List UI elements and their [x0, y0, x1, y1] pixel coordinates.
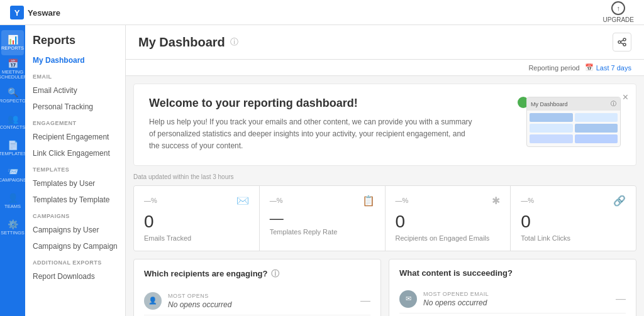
nav-item-teams[interactable]: 👤 TEAMS: [1, 188, 24, 214]
recipients-info-icon[interactable]: ⓘ: [271, 268, 279, 280]
svg-line-7: [621, 43, 623, 44]
upgrade-label: UPGRADE: [603, 16, 634, 23]
prospector-icon: 🔍: [8, 87, 18, 97]
nav-templates-label: TEMPLATES: [0, 151, 26, 156]
sidebar-title: Reports: [25, 25, 125, 52]
stat-label-recipients: Recipients on Engaged Emails: [396, 234, 501, 242]
templates-icon-stat: 📋: [362, 195, 375, 207]
sidebar-section-engagement: ENGAGEMENT: [25, 115, 125, 129]
content-succeeding-card: What content is succeeding? ✉ MOST OPENE…: [389, 259, 636, 316]
svg-text:Y: Y: [14, 8, 20, 18]
stats-row: —% ✉️ 0 Emails Tracked —% 📋 — Templates …: [133, 185, 636, 251]
stat-percent-reply: —%: [270, 197, 283, 204]
stat-header-links: —% 🔗: [521, 195, 626, 207]
preview-block-4: [575, 124, 618, 133]
welcome-title: Welcome to your reporting dashboard!: [149, 97, 514, 110]
sidebar-item-campaigns-by-campaign[interactable]: Campaigns by Campaign: [25, 238, 125, 254]
nav-item-campaigns[interactable]: 📨 CAMPAIGNS: [1, 162, 24, 187]
svg-text:Yesware: Yesware: [28, 8, 60, 18]
most-opened-email-sublabel: MOST OPENED EMAIL: [423, 291, 616, 297]
calendar-icon: 📅: [585, 63, 594, 72]
upgrade-button[interactable]: ↑ UPGRADE: [603, 1, 634, 23]
close-button[interactable]: ×: [623, 92, 628, 103]
left-nav: 📊 REPORTS 📅 MEETING SCHEDULER 🔍 PROSPECT…: [0, 25, 25, 316]
yesware-logo: Y Yesware: [10, 6, 60, 19]
contacts-icon: 👥: [8, 114, 18, 124]
reports-icon: 📊: [8, 35, 18, 45]
preview-block-6: [575, 134, 618, 143]
stat-value-emails: 0: [144, 212, 249, 232]
sidebar-item-report-downloads[interactable]: Report Downloads: [25, 268, 125, 285]
nav-item-meeting[interactable]: 📅 MEETING SCHEDULER: [1, 57, 24, 82]
welcome-text: Help us help you! If you track your emai…: [149, 116, 476, 153]
stat-percent-recipients: —%: [396, 197, 409, 204]
templates-icon: 📄: [8, 140, 18, 150]
sidebar-item-my-dashboard[interactable]: My Dashboard: [25, 52, 125, 68]
svg-point-5: [623, 43, 626, 46]
nav-contacts-label: CONTACTS: [0, 125, 25, 130]
most-opened-email-row: ✉ MOST OPENED EMAIL No opens occurred —: [399, 285, 626, 313]
preview-info-icon: ⓘ: [611, 100, 616, 108]
stat-value-links: 0: [521, 212, 626, 232]
teams-icon: 👤: [8, 193, 18, 203]
content-area: My Dashboard ⓘ Reporting period: [126, 25, 644, 316]
stat-label-emails: Emails Tracked: [144, 234, 249, 242]
sidebar-item-templates-by-template[interactable]: Templates by Template: [25, 192, 125, 208]
stat-value-reply: —: [270, 212, 375, 226]
most-opens-info: MOST OPENS No opens occurred: [168, 293, 360, 309]
campaigns-icon: 📨: [8, 166, 18, 177]
nav-item-contacts[interactable]: 👥 CONTACTS: [1, 109, 24, 134]
nav-item-templates[interactable]: 📄 TEMPLATES: [1, 136, 24, 161]
page-header: My Dashboard ⓘ: [126, 25, 644, 60]
content-succeeding-title: What content is succeeding?: [399, 268, 626, 278]
stat-card-link-clicks: —% 🔗 0 Total Link Clicks: [511, 186, 636, 251]
main-layout: 📊 REPORTS 📅 MEETING SCHEDULER 🔍 PROSPECT…: [0, 25, 644, 316]
sidebar-item-campaigns-by-user[interactable]: Campaigns by User: [25, 222, 125, 238]
sidebar-item-personal-tracking[interactable]: Personal Tracking: [25, 99, 125, 115]
sidebar-item-link-click[interactable]: Link Click Engagement: [25, 145, 125, 161]
settings-icon: ⚙️: [8, 219, 18, 229]
share-button[interactable]: [613, 33, 631, 52]
page-actions: [613, 33, 631, 52]
nav-teams-label: TEAMS: [4, 204, 21, 209]
stat-percent-emails: —%: [144, 197, 157, 204]
email-tracked-icon: ✉️: [236, 195, 249, 207]
most-opens-row: 👤 MOST OPENS No opens occurred —: [144, 287, 370, 315]
link-icon: 🔗: [613, 195, 626, 207]
sidebar-item-recipient-engagement[interactable]: Recipient Engagement: [25, 129, 125, 145]
nav-item-prospector[interactable]: 🔍 PROSPECTOR: [1, 83, 24, 108]
sidebar-item-templates-by-user[interactable]: Templates by User: [25, 175, 125, 192]
most-opened-email-dash: —: [616, 293, 626, 305]
svg-line-6: [621, 40, 623, 41]
reporting-period-value: Last 7 days: [596, 64, 631, 72]
logo: Y Yesware: [10, 6, 60, 19]
info-icon[interactable]: ⓘ: [230, 36, 238, 48]
most-clicked-link-row: 🔗 MOST CLICKED LINK No link clicks occur…: [399, 313, 626, 316]
stat-header-recipients: —% ✱: [396, 195, 501, 207]
stat-percent-links: —%: [521, 197, 534, 204]
most-opened-email-avatar: ✉: [399, 290, 417, 308]
most-opened-email-value: No opens occurred: [423, 298, 616, 307]
sidebar-item-email-activity[interactable]: Email Activity: [25, 82, 125, 99]
sidebar-section-email: EMAIL: [25, 68, 125, 82]
page-title: My Dashboard: [138, 35, 225, 50]
most-opens-dash: —: [360, 295, 370, 307]
sidebar: Reports My Dashboard EMAIL Email Activit…: [25, 25, 126, 316]
share-icon: [617, 37, 627, 47]
preview-body: [527, 111, 620, 146]
reporting-period-selector[interactable]: 📅 Last 7 days: [585, 63, 631, 72]
svg-point-3: [623, 38, 626, 41]
welcome-banner: Welcome to your reporting dashboard! Hel…: [133, 84, 636, 166]
stat-label-links: Total Link Clicks: [521, 234, 626, 242]
sidebar-section-templates: TEMPLATES: [25, 161, 125, 175]
preview-header: My Dashboard ⓘ: [527, 97, 620, 111]
sidebar-section-campaigns: CAMPAIGNS: [25, 208, 125, 222]
stat-card-emails-tracked: —% ✉️ 0 Emails Tracked: [134, 186, 259, 251]
recipients-engaging-card: Which recipients are engaging? ⓘ 👤 MOST …: [133, 259, 381, 316]
preview-title: My Dashboard: [531, 101, 568, 107]
stat-value-recipients: 0: [396, 212, 501, 232]
nav-item-settings[interactable]: ⚙️ SETTINGS: [1, 215, 24, 240]
content-title-text: What content is succeeding?: [399, 268, 513, 278]
preview-block-2: [575, 113, 618, 122]
nav-item-reports[interactable]: 📊 REPORTS: [1, 30, 24, 55]
